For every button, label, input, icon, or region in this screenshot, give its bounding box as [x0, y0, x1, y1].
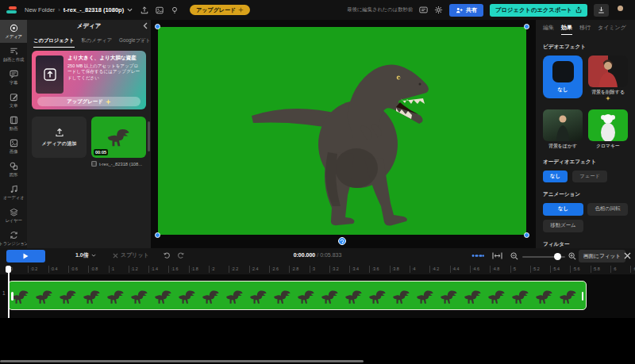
- sidebar-item-layers[interactable]: レイヤー: [0, 204, 27, 227]
- topbar-right: 最後に編集されたのは数秒前 共有 プロジェクトのエクスポート: [347, 3, 629, 17]
- scissors-icon: [113, 253, 118, 259]
- resize-handle-top-right[interactable]: [524, 24, 529, 29]
- topbar-quick-icons: [140, 6, 179, 14]
- playback-speed-button[interactable]: 1.0倍: [75, 251, 96, 259]
- sidebar-item-transitions[interactable]: トランジション: [0, 227, 27, 248]
- audio-fade-button[interactable]: フェード: [572, 171, 607, 182]
- filter-title: フィルター: [543, 241, 628, 248]
- total-time: 0:05.833: [320, 252, 341, 258]
- project-title[interactable]: t-rex_-_82318 (1080p): [64, 6, 124, 13]
- tab-this-project[interactable]: このプロジェクト: [33, 37, 75, 48]
- media-panel-scrollbar[interactable]: [148, 121, 150, 151]
- last-edited-status: 最後に編集されたのは数秒前: [347, 6, 413, 13]
- track-number: 1: [2, 290, 6, 296]
- promo-upgrade-button[interactable]: アップグレード: [37, 97, 140, 106]
- resize-handle-bottom-left[interactable]: [155, 232, 160, 238]
- settings-gear-icon[interactable]: [434, 6, 443, 14]
- zoom-out-icon[interactable]: [510, 252, 518, 260]
- user-avatar[interactable]: [615, 3, 629, 17]
- clip-frame-thumbnail: [414, 286, 437, 307]
- clip-frame-thumbnail: [128, 286, 152, 307]
- animation-hue-button[interactable]: 色相の回転: [587, 203, 628, 216]
- topbar: New Folder › t-rex_-_82318 (1080p) アップグレ…: [0, 0, 635, 20]
- sidebar-item-text[interactable]: 文章: [0, 89, 27, 112]
- effect-none-label: なし: [557, 86, 568, 94]
- sidebar-item-record[interactable]: 録画と作成: [0, 43, 27, 66]
- media-clip-thumbnail[interactable]: 00:05: [91, 117, 146, 158]
- fit-clip-width-icon[interactable]: [492, 252, 502, 259]
- ruler-tick: :2.6: [269, 266, 279, 273]
- share-button[interactable]: 共有: [449, 4, 483, 17]
- animation-pan-zoom-button[interactable]: 移動ズーム: [543, 220, 583, 232]
- sidebar-item-captions[interactable]: 字幕: [0, 66, 27, 89]
- snapping-toggle-icon[interactable]: [471, 253, 484, 259]
- preview-canvas[interactable]: [158, 27, 526, 235]
- chevron-down-icon[interactable]: [127, 8, 133, 12]
- tab-transition[interactable]: 移行: [579, 24, 591, 35]
- upload-icon[interactable]: [140, 6, 148, 14]
- sidebar-item-audio[interactable]: オーディオ: [0, 181, 27, 204]
- export-project-button[interactable]: プロジェクトのエクスポート: [490, 4, 587, 17]
- chroma-key-thumbnail: [588, 109, 628, 141]
- promo-upgrade-label: アップグレード: [67, 98, 103, 105]
- app-logo[interactable]: [6, 6, 18, 15]
- animation-none-button[interactable]: なし: [543, 203, 583, 216]
- tab-my-media[interactable]: 私のメディア: [82, 37, 113, 48]
- video-effects-grid: なし 背景を削除する 背景をぼかす クロマキー: [543, 56, 628, 150]
- time-separator: /: [317, 252, 318, 258]
- sidebar-item-shapes[interactable]: 図形: [0, 158, 27, 181]
- animation-title: アニメーション: [543, 191, 628, 198]
- effect-chroma-card[interactable]: クロマキー: [588, 109, 628, 150]
- breadcrumb[interactable]: New Folder › t-rex_-_82318 (1080p): [25, 6, 133, 13]
- trim-handle-right[interactable]: [582, 292, 584, 301]
- media-icon: [10, 24, 18, 33]
- audio-none-button[interactable]: なし: [543, 171, 568, 182]
- text-edit-icon: [10, 93, 18, 102]
- tab-timing[interactable]: タイミング: [598, 24, 626, 35]
- person-plus-icon: [456, 7, 463, 13]
- sidebar-item-media[interactable]: メディア: [0, 20, 27, 43]
- ruler-tick: :2.2: [229, 266, 238, 273]
- clip-frame-thumbnail: [485, 286, 509, 307]
- play-button[interactable]: [6, 250, 45, 262]
- resize-handle-top-left[interactable]: [155, 24, 160, 29]
- close-timeline-icon[interactable]: [624, 252, 631, 259]
- image-icon[interactable]: [156, 6, 164, 14]
- timeline-ruler[interactable]: 0:0.2:0.4:0.6:0.8:1:1.2:1.4:1.6:1.8:2:2.…: [0, 264, 635, 274]
- bulb-icon[interactable]: [171, 6, 179, 14]
- fit-to-screen-button[interactable]: 画面にフィット: [579, 250, 625, 262]
- playhead-handle[interactable]: [6, 266, 11, 273]
- add-media-button[interactable]: メディアの追加: [32, 117, 87, 158]
- tab-effects[interactable]: 効果: [561, 24, 572, 35]
- more-options-icon[interactable]: …: [140, 33, 147, 40]
- timeline-zoom-knob[interactable]: [554, 253, 561, 260]
- resize-handle-bottom-right[interactable]: [524, 232, 529, 238]
- redo-button[interactable]: [177, 252, 185, 259]
- feedback-icon[interactable]: [419, 6, 428, 13]
- rotate-handle[interactable]: [338, 237, 346, 245]
- ruler-tick: :0.6: [68, 266, 78, 273]
- collapse-panel-icon[interactable]: [143, 22, 148, 29]
- effect-remove-bg-card[interactable]: 背景を削除する: [588, 56, 628, 103]
- sidebar-item-label: 字幕: [10, 80, 17, 86]
- split-button[interactable]: スプリット: [113, 251, 149, 259]
- download-button[interactable]: [594, 4, 609, 17]
- effect-blur-bg-card[interactable]: 背景をぼかす: [543, 109, 583, 150]
- zoom-in-icon[interactable]: [568, 252, 576, 260]
- timeline-clip[interactable]: [8, 281, 587, 310]
- sidebar-item-images[interactable]: 画像: [0, 135, 27, 158]
- blur-bg-label: 背景をぼかす: [543, 144, 583, 150]
- trex-thumbnail: [106, 124, 133, 151]
- clip-frame-thumbnail: [318, 286, 342, 307]
- play-icon: [23, 253, 29, 259]
- sidebar-item-video[interactable]: 動画: [0, 112, 27, 135]
- effect-none-card[interactable]: なし: [543, 56, 583, 98]
- upgrade-button[interactable]: アップグレード: [190, 5, 250, 15]
- breadcrumb-folder[interactable]: New Folder: [25, 6, 55, 13]
- tab-edit[interactable]: 編集: [543, 24, 554, 35]
- trim-handle-left[interactable]: [11, 292, 13, 301]
- ruler-tick: :4.6: [470, 266, 479, 273]
- undo-button[interactable]: [163, 252, 171, 259]
- timeline-horizontal-scrollbar[interactable]: [0, 360, 364, 362]
- redo-icon: [177, 252, 185, 259]
